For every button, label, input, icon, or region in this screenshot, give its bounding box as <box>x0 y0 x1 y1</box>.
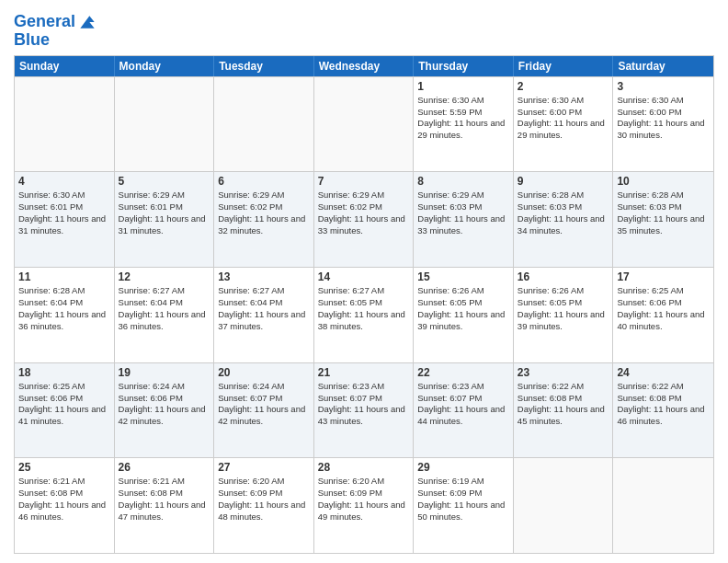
cal-week-2: 4Sunrise: 6:30 AMSunset: 6:01 PMDaylight… <box>15 171 713 267</box>
sunset: Sunset: 6:01 PM <box>119 201 210 213</box>
day-number: 12 <box>119 270 210 283</box>
day-number: 6 <box>218 175 310 188</box>
day-number: 7 <box>318 175 410 188</box>
sunrise: Sunrise: 6:19 AM <box>417 476 509 488</box>
daylight: Daylight: 11 hours and 45 minutes. <box>518 404 609 428</box>
daylight: Daylight: 11 hours and 39 minutes. <box>518 309 609 333</box>
cal-cell: 23Sunrise: 6:22 AMSunset: 6:08 PMDayligh… <box>514 363 614 458</box>
cal-cell: 9Sunrise: 6:28 AMSunset: 6:03 PMDaylight… <box>514 172 614 267</box>
day-number: 23 <box>518 366 609 379</box>
day-number: 16 <box>518 270 609 283</box>
sunset: Sunset: 6:09 PM <box>417 488 509 500</box>
sunrise: Sunrise: 6:23 AM <box>417 381 509 393</box>
sunrise: Sunrise: 6:24 AM <box>119 381 210 393</box>
day-number: 21 <box>318 366 410 379</box>
daylight: Daylight: 11 hours and 37 minutes. <box>218 309 310 333</box>
sunrise: Sunrise: 6:28 AM <box>518 190 609 201</box>
sunset: Sunset: 6:07 PM <box>318 393 410 405</box>
sunrise: Sunrise: 6:27 AM <box>318 285 410 297</box>
daylight: Daylight: 11 hours and 41 minutes. <box>18 404 110 428</box>
daylight: Daylight: 11 hours and 30 minutes. <box>617 118 710 142</box>
cal-cell: 11Sunrise: 6:28 AMSunset: 6:04 PMDayligh… <box>15 268 115 362</box>
day-number: 10 <box>617 175 710 188</box>
sunset: Sunset: 6:08 PM <box>18 488 110 500</box>
day-number: 15 <box>417 270 509 283</box>
cal-cell: 6Sunrise: 6:29 AMSunset: 6:02 PMDaylight… <box>214 172 314 267</box>
sunrise: Sunrise: 6:25 AM <box>617 285 710 297</box>
cal-cell: 4Sunrise: 6:30 AMSunset: 6:01 PMDaylight… <box>15 172 115 267</box>
sunset: Sunset: 6:06 PM <box>18 393 110 405</box>
day-number: 2 <box>518 80 609 93</box>
sunrise: Sunrise: 6:20 AM <box>218 476 310 488</box>
sunset: Sunset: 6:08 PM <box>518 393 609 405</box>
day-number: 9 <box>518 175 609 188</box>
cal-cell: 5Sunrise: 6:29 AMSunset: 6:01 PMDaylight… <box>115 172 215 267</box>
sunset: Sunset: 6:00 PM <box>617 107 710 119</box>
day-number: 28 <box>318 461 410 474</box>
day-number: 4 <box>18 175 110 188</box>
logo-text: General <box>14 13 75 31</box>
sunset: Sunset: 6:07 PM <box>417 393 509 405</box>
sunrise: Sunrise: 6:28 AM <box>617 190 710 201</box>
cal-cell: 25Sunrise: 6:21 AMSunset: 6:08 PMDayligh… <box>15 458 115 553</box>
sunrise: Sunrise: 6:27 AM <box>218 285 310 297</box>
cal-cell: 13Sunrise: 6:27 AMSunset: 6:04 PMDayligh… <box>214 268 314 362</box>
sunrise: Sunrise: 6:22 AM <box>518 381 609 393</box>
sunset: Sunset: 6:03 PM <box>518 201 609 213</box>
day-number: 19 <box>119 366 210 379</box>
sunrise: Sunrise: 6:20 AM <box>318 476 410 488</box>
cal-cell: 27Sunrise: 6:20 AMSunset: 6:09 PMDayligh… <box>214 458 314 553</box>
cal-cell <box>514 458 614 553</box>
sunset: Sunset: 5:59 PM <box>417 107 509 119</box>
sunrise: Sunrise: 6:30 AM <box>18 190 110 201</box>
cal-cell: 21Sunrise: 6:23 AMSunset: 6:07 PMDayligh… <box>314 363 415 458</box>
daylight: Daylight: 11 hours and 34 minutes. <box>518 213 609 237</box>
day-number: 17 <box>617 270 710 283</box>
sunrise: Sunrise: 6:21 AM <box>119 476 210 488</box>
sunrise: Sunrise: 6:26 AM <box>518 285 609 297</box>
sunrise: Sunrise: 6:28 AM <box>18 285 110 297</box>
cal-cell: 16Sunrise: 6:26 AMSunset: 6:05 PMDayligh… <box>514 268 614 362</box>
day-number: 24 <box>617 366 710 379</box>
daylight: Daylight: 11 hours and 39 minutes. <box>417 309 509 333</box>
day-number: 22 <box>417 366 509 379</box>
daylight: Daylight: 11 hours and 43 minutes. <box>318 404 410 428</box>
daylight: Daylight: 11 hours and 36 minutes. <box>18 309 110 333</box>
daylight: Daylight: 11 hours and 33 minutes. <box>318 213 410 237</box>
cal-header-wednesday: Wednesday <box>314 56 415 76</box>
logo: General Blue <box>14 13 96 50</box>
cal-week-1: 1Sunrise: 6:30 AMSunset: 5:59 PMDaylight… <box>15 76 713 172</box>
daylight: Daylight: 11 hours and 44 minutes. <box>417 404 509 428</box>
sunset: Sunset: 6:06 PM <box>617 297 710 309</box>
day-number: 11 <box>18 270 110 283</box>
day-number: 13 <box>218 270 310 283</box>
cal-header-saturday: Saturday <box>613 56 713 76</box>
cal-cell <box>214 77 314 172</box>
day-number: 29 <box>417 461 509 474</box>
daylight: Daylight: 11 hours and 31 minutes. <box>119 213 210 237</box>
day-number: 1 <box>417 80 509 93</box>
header: General Blue <box>14 9 714 50</box>
sunset: Sunset: 6:04 PM <box>18 297 110 309</box>
daylight: Daylight: 11 hours and 40 minutes. <box>617 309 710 333</box>
day-number: 8 <box>417 175 509 188</box>
sunrise: Sunrise: 6:30 AM <box>417 95 509 107</box>
daylight: Daylight: 11 hours and 33 minutes. <box>417 213 509 237</box>
day-number: 20 <box>218 366 310 379</box>
daylight: Daylight: 11 hours and 46 minutes. <box>18 500 110 523</box>
sunrise: Sunrise: 6:29 AM <box>318 190 410 201</box>
calendar-body: 1Sunrise: 6:30 AMSunset: 5:59 PMDaylight… <box>15 76 713 553</box>
cal-cell: 29Sunrise: 6:19 AMSunset: 6:09 PMDayligh… <box>414 458 514 553</box>
cal-cell: 10Sunrise: 6:28 AMSunset: 6:03 PMDayligh… <box>613 172 713 267</box>
sunset: Sunset: 6:05 PM <box>417 297 509 309</box>
daylight: Daylight: 11 hours and 42 minutes. <box>119 404 210 428</box>
sunrise: Sunrise: 6:22 AM <box>617 381 710 393</box>
daylight: Daylight: 11 hours and 50 minutes. <box>417 500 509 523</box>
sunrise: Sunrise: 6:29 AM <box>218 190 310 201</box>
cal-cell: 28Sunrise: 6:20 AMSunset: 6:09 PMDayligh… <box>314 458 415 553</box>
cal-cell: 2Sunrise: 6:30 AMSunset: 6:00 PMDaylight… <box>514 77 614 172</box>
day-number: 14 <box>318 270 410 283</box>
cal-cell: 8Sunrise: 6:29 AMSunset: 6:03 PMDaylight… <box>414 172 514 267</box>
cal-header-monday: Monday <box>115 56 215 76</box>
cal-cell: 17Sunrise: 6:25 AMSunset: 6:06 PMDayligh… <box>613 268 713 362</box>
